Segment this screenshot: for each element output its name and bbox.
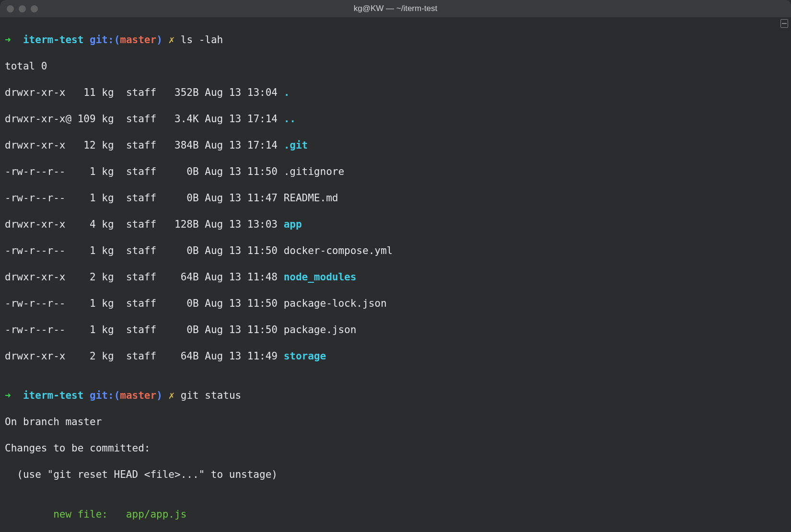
command-2: git status: [181, 390, 241, 401]
ls-name: node_modules: [284, 271, 357, 283]
ls-links: 1: [65, 324, 95, 335]
ls-perm: drwxr-xr-x: [5, 350, 71, 362]
ls-perm: -rw-r--r--: [5, 166, 65, 177]
ls-user: kg: [96, 271, 114, 283]
ls-date: Aug 13 11:50: [199, 245, 284, 256]
command-1: ls -lah: [181, 34, 223, 46]
ls-links: 4: [71, 219, 96, 230]
ls-row: drwxr-xr-x@ 109 kg staff 3.4K Aug 13 17:…: [5, 113, 786, 126]
ls-user: kg: [96, 219, 114, 230]
ls-size: 0B: [156, 245, 199, 256]
terminal-output[interactable]: ➜ iterm-test git:(master) ✗ ls -lah tota…: [0, 17, 791, 532]
ls-name: docker-compose.yml: [284, 245, 393, 256]
prompt-branch: master: [120, 34, 156, 46]
ls-size: 0B: [156, 324, 199, 335]
ls-size: 352B: [156, 87, 199, 98]
ls-name: README.md: [284, 192, 338, 204]
ls-links: 1: [65, 245, 95, 256]
ls-date: Aug 13 11:50: [199, 166, 284, 177]
ls-perm: drwxr-xr-x@: [5, 113, 71, 125]
ls-user: kg: [96, 192, 114, 204]
ls-row: -rw-r--r-- 1 kg staff 0B Aug 13 11:47 RE…: [5, 192, 786, 205]
status-line: (use "git reset HEAD <file>..." to unsta…: [5, 468, 786, 482]
ls-perm: drwxr-xr-x: [5, 139, 71, 151]
ls-size: 64B: [156, 350, 199, 362]
terminal-window: kg@KW — ~/iterm-test ➜ iterm-test git:(m…: [0, 0, 791, 532]
ls-group: staff: [114, 166, 157, 177]
ls-row: drwxr-xr-x 12 kg staff 384B Aug 13 17:14…: [5, 139, 786, 152]
prompt-paren-open: (: [114, 390, 120, 401]
ls-group: staff: [114, 245, 157, 256]
ls-user: kg: [96, 113, 114, 125]
ls-date: Aug 13 11:49: [199, 350, 284, 362]
ls-size: 0B: [156, 166, 199, 177]
status-new-file: new file: app/app.js: [5, 508, 786, 521]
ls-row: -rw-r--r-- 1 kg staff 0B Aug 13 11:50 pa…: [5, 324, 786, 337]
prompt-line-1: ➜ iterm-test git:(master) ✗ ls -lah: [5, 34, 786, 47]
ls-size: 0B: [156, 192, 199, 204]
prompt-arrow-icon: ➜: [5, 390, 11, 401]
ls-name: .gitignore: [284, 166, 344, 177]
prompt-branch: master: [120, 390, 156, 401]
prompt-arrow-icon: ➜: [5, 34, 11, 46]
ls-user: kg: [96, 166, 114, 177]
ls-group: staff: [114, 324, 157, 335]
ls-user: kg: [96, 324, 114, 335]
ls-group: staff: [114, 350, 157, 362]
scrollbar-indicator-icon[interactable]: [780, 19, 788, 28]
ls-links: 11: [71, 87, 96, 98]
ls-user: kg: [96, 298, 114, 309]
close-icon[interactable]: [7, 5, 14, 12]
ls-name: package.json: [284, 324, 357, 335]
ls-user: kg: [96, 87, 114, 98]
status-line: Changes to be committed:: [5, 442, 786, 455]
ls-row: -rw-r--r-- 1 kg staff 0B Aug 13 11:50 .g…: [5, 165, 786, 179]
titlebar: kg@KW — ~/iterm-test: [0, 0, 791, 17]
ls-size: 128B: [156, 219, 199, 230]
ls-perm: -rw-r--r--: [5, 245, 65, 256]
prompt-dir: iterm-test: [23, 34, 83, 46]
ls-size: 0B: [156, 298, 199, 309]
ls-date: Aug 13 17:14: [199, 139, 284, 151]
ls-group: staff: [114, 113, 157, 125]
prompt-line-2: ➜ iterm-test git:(master) ✗ git status: [5, 389, 786, 403]
ls-group: staff: [114, 87, 157, 98]
ls-size: 3.4K: [156, 113, 199, 125]
traffic-lights: [0, 5, 38, 12]
ls-total: total 0: [5, 60, 786, 73]
minimize-icon[interactable]: [19, 5, 26, 12]
prompt-dir: iterm-test: [23, 390, 83, 401]
ls-group: staff: [114, 219, 157, 230]
status-line: On branch master: [5, 416, 786, 429]
ls-date: Aug 13 11:50: [199, 324, 284, 335]
ls-name: package-lock.json: [284, 298, 387, 309]
ls-perm: -rw-r--r--: [5, 298, 65, 309]
ls-group: staff: [114, 139, 157, 151]
ls-perm: -rw-r--r--: [5, 192, 65, 204]
ls-date: Aug 13 11:50: [199, 298, 284, 309]
prompt-paren-open: (: [114, 34, 120, 46]
prompt-paren-close: ): [156, 34, 163, 46]
prompt-git-label: git:: [90, 34, 114, 46]
ls-row: drwxr-xr-x 11 kg staff 352B Aug 13 13:04…: [5, 86, 786, 100]
window-title: kg@KW — ~/iterm-test: [0, 2, 791, 15]
ls-user: kg: [96, 245, 114, 256]
ls-size: 384B: [156, 139, 199, 151]
ls-name: .: [284, 87, 290, 98]
ls-name: storage: [284, 350, 326, 362]
ls-links: 2: [71, 350, 96, 362]
ls-links: 109: [71, 113, 96, 125]
ls-row: -rw-r--r-- 1 kg staff 0B Aug 13 11:50 pa…: [5, 297, 786, 311]
ls-group: staff: [114, 298, 157, 309]
ls-row: drwxr-xr-x 4 kg staff 128B Aug 13 13:03 …: [5, 218, 786, 231]
ls-date: Aug 13 11:47: [199, 192, 284, 204]
ls-date: Aug 13 13:03: [199, 219, 284, 230]
zoom-icon[interactable]: [31, 5, 38, 12]
ls-perm: drwxr-xr-x: [5, 87, 71, 98]
prompt-paren-close: ): [156, 390, 163, 401]
ls-links: 1: [65, 192, 95, 204]
ls-row: -rw-r--r-- 1 kg staff 0B Aug 13 11:50 do…: [5, 244, 786, 258]
ls-user: kg: [96, 350, 114, 362]
ls-row: drwxr-xr-x 2 kg staff 64B Aug 13 11:49 s…: [5, 350, 786, 363]
ls-name: .git: [284, 139, 308, 151]
